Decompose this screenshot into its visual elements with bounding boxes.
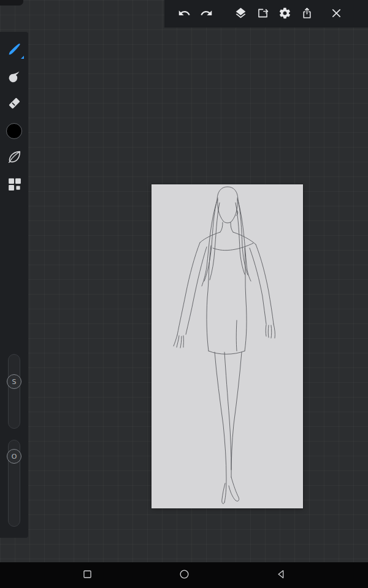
triangle-icon bbox=[275, 568, 287, 582]
tool-sidebar: S O bbox=[0, 32, 28, 538]
brush-size-label: S bbox=[12, 379, 17, 385]
recents-button[interactable] bbox=[76, 564, 98, 586]
current-color-swatch bbox=[6, 123, 22, 139]
eraser-icon bbox=[7, 96, 22, 113]
gear-icon bbox=[278, 7, 291, 21]
redo-icon bbox=[200, 7, 213, 21]
flyout-indicator bbox=[21, 56, 24, 59]
brush-opacity-knob[interactable]: O bbox=[7, 449, 21, 464]
color-swatch-button[interactable] bbox=[0, 118, 28, 145]
drawing-canvas[interactable] bbox=[151, 184, 303, 508]
settings-button[interactable] bbox=[274, 0, 296, 28]
layers-button[interactable] bbox=[229, 0, 251, 28]
android-navbar bbox=[0, 562, 368, 588]
brush-size-knob[interactable]: S bbox=[7, 374, 21, 389]
top-toolbar bbox=[164, 0, 368, 28]
leaf-icon bbox=[7, 149, 22, 167]
share-icon bbox=[301, 7, 313, 21]
brush-size-slider[interactable]: S bbox=[8, 354, 20, 429]
export-image-button[interactable] bbox=[251, 0, 274, 28]
undo-button[interactable] bbox=[173, 0, 195, 28]
vector-tool-button[interactable] bbox=[0, 145, 28, 172]
brush-opacity-label: O bbox=[12, 453, 17, 460]
close-icon bbox=[330, 7, 343, 21]
undo-icon bbox=[178, 7, 191, 21]
brush-tool-button[interactable] bbox=[0, 37, 28, 64]
screen-corner-artifact bbox=[0, 0, 23, 6]
smudge-tool-button[interactable] bbox=[0, 64, 28, 91]
redo-button[interactable] bbox=[195, 0, 217, 28]
circle-icon bbox=[178, 568, 190, 582]
panels-button[interactable] bbox=[0, 172, 28, 198]
layers-icon bbox=[234, 7, 247, 21]
share-button[interactable] bbox=[296, 0, 318, 28]
home-button[interactable] bbox=[173, 564, 195, 586]
eraser-tool-button[interactable] bbox=[0, 91, 28, 118]
square-icon bbox=[82, 568, 93, 582]
brush-icon bbox=[7, 42, 22, 59]
grid-icon bbox=[7, 176, 22, 194]
smudge-icon bbox=[7, 69, 22, 86]
brush-opacity-slider[interactable]: O bbox=[8, 440, 20, 527]
canvas-workspace[interactable] bbox=[0, 0, 368, 562]
figure-sketch bbox=[151, 184, 303, 508]
back-button[interactable] bbox=[270, 564, 292, 586]
image-export-icon bbox=[256, 7, 269, 21]
close-button[interactable] bbox=[325, 0, 347, 28]
